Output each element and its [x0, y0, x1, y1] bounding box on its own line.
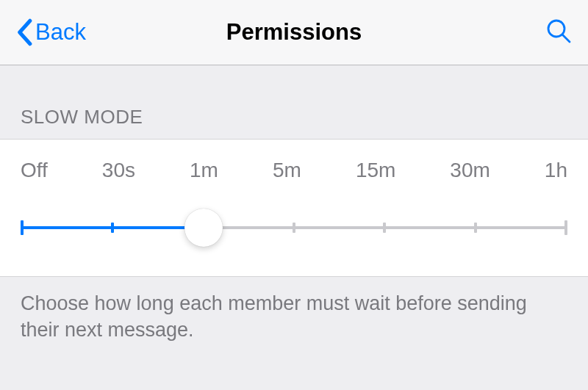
search-icon: [545, 18, 572, 44]
slider-tick: [564, 220, 567, 235]
svg-line-1: [563, 35, 570, 43]
slider-label: Off: [21, 159, 48, 182]
page-title: Permissions: [0, 19, 588, 46]
slider-tick: [21, 220, 24, 235]
slider-thumb[interactable]: [184, 209, 223, 247]
section-header: SLOW MODE: [0, 65, 588, 139]
slider-labels: Off 30s 1m 5m 15m 30m 1h: [21, 159, 567, 182]
slider-tick: [293, 223, 295, 233]
slider-label: 1m: [190, 159, 218, 182]
back-label: Back: [35, 19, 86, 46]
slider-label: 5m: [273, 159, 301, 182]
slider-label: 30s: [102, 159, 135, 182]
slider-tick: [474, 223, 477, 233]
slider-label: 15m: [356, 159, 395, 182]
search-button[interactable]: [545, 18, 572, 47]
slider-tick: [111, 223, 114, 233]
slow-mode-slider[interactable]: [22, 212, 566, 244]
slider-label: 30m: [450, 159, 490, 182]
back-button[interactable]: Back: [16, 18, 86, 46]
navbar: Back Permissions: [0, 0, 588, 65]
section-footer: Choose how long each member must wait be…: [0, 277, 588, 344]
chevron-left-icon: [16, 18, 32, 46]
slider-label: 1h: [545, 159, 567, 182]
slider-tick: [383, 223, 386, 233]
slow-mode-panel: Off 30s 1m 5m 15m 30m 1h: [0, 139, 588, 277]
